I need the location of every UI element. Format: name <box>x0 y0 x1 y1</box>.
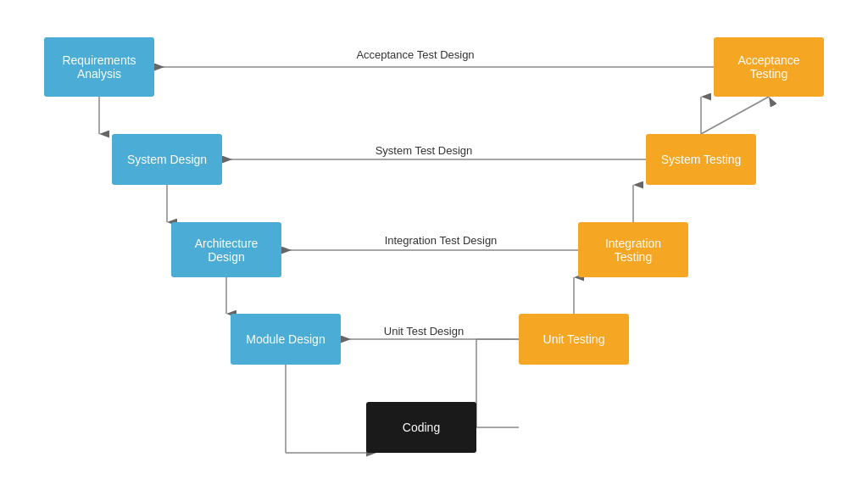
system-design-box: System Design <box>112 134 222 185</box>
acceptance-test-design-label: Acceptance Test Design <box>322 48 509 61</box>
unit-test-design-label: Unit Test Design <box>352 325 496 337</box>
requirements-box: Requirements Analysis <box>44 37 154 97</box>
integration-testing-box: Integration Testing <box>578 222 688 277</box>
diagram-container: Requirements Analysis System Design Arch… <box>0 0 868 502</box>
integration-test-design-label: Integration Test Design <box>348 234 534 247</box>
acceptance-testing-box: AcceptanceTesting <box>714 37 824 97</box>
arch-design-box: ArchitectureDesign <box>171 222 281 277</box>
system-testing-box: System Testing <box>646 134 756 185</box>
svg-line-14 <box>701 97 769 134</box>
system-test-design-label: System Test Design <box>339 144 509 157</box>
coding-box: Coding <box>366 402 476 453</box>
unit-testing-box: Unit Testing <box>519 314 629 365</box>
module-design-box: Module Design <box>231 314 341 365</box>
